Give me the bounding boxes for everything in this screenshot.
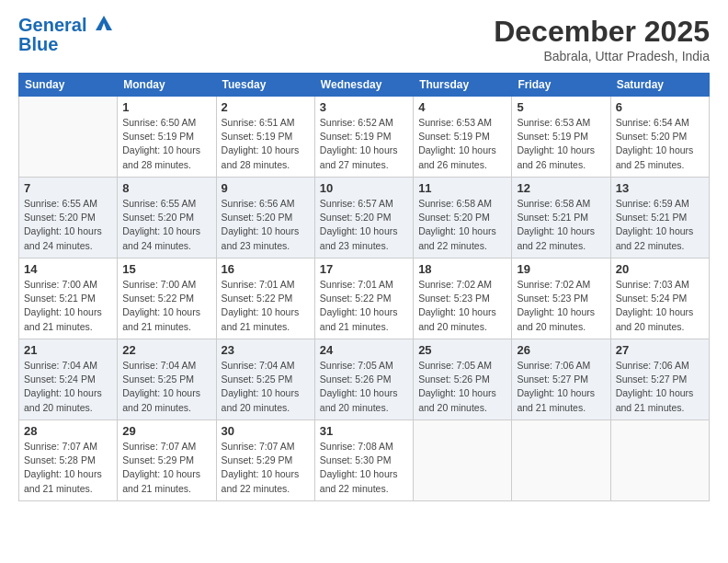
day-number: 10 — [320, 181, 408, 195]
calendar-cell: 16Sunrise: 7:01 AMSunset: 5:22 PMDayligh… — [216, 259, 314, 339]
calendar-cell: 12Sunrise: 6:58 AMSunset: 5:21 PMDayligh… — [512, 178, 610, 259]
calendar-cell: 20Sunrise: 7:03 AMSunset: 5:24 PMDayligh… — [610, 259, 709, 339]
calendar-cell: 14Sunrise: 7:00 AMSunset: 5:21 PMDayligh… — [19, 259, 118, 339]
calendar-table: SundayMondayTuesdayWednesdayThursdayFrid… — [18, 73, 710, 501]
calendar-cell: 23Sunrise: 7:04 AMSunset: 5:25 PMDayligh… — [216, 339, 314, 420]
calendar-cell: 11Sunrise: 6:58 AMSunset: 5:20 PMDayligh… — [414, 178, 512, 259]
calendar-cell: 5Sunrise: 6:53 AMSunset: 5:19 PMDaylight… — [512, 97, 610, 178]
day-info: Sunrise: 6:55 AMSunset: 5:20 PMDaylight:… — [122, 197, 210, 253]
day-info: Sunrise: 6:58 AMSunset: 5:20 PMDaylight:… — [418, 197, 506, 253]
day-number: 5 — [517, 100, 605, 114]
logo-general: General — [18, 15, 86, 35]
calendar-cell: 9Sunrise: 6:56 AMSunset: 5:20 PMDaylight… — [216, 178, 314, 259]
calendar-cell: 25Sunrise: 7:05 AMSunset: 5:26 PMDayligh… — [414, 339, 512, 420]
day-number: 25 — [418, 343, 506, 357]
day-info: Sunrise: 7:05 AMSunset: 5:26 PMDaylight:… — [320, 359, 408, 415]
day-number: 18 — [418, 262, 506, 276]
calendar-cell — [512, 420, 610, 501]
calendar-cell: 21Sunrise: 7:04 AMSunset: 5:24 PMDayligh… — [19, 339, 118, 420]
calendar-cell — [414, 420, 512, 501]
weekday-header-friday: Friday — [512, 74, 610, 97]
day-info: Sunrise: 7:01 AMSunset: 5:22 PMDaylight:… — [320, 278, 408, 334]
day-info: Sunrise: 6:59 AMSunset: 5:21 PMDaylight:… — [616, 197, 704, 253]
calendar-cell: 26Sunrise: 7:06 AMSunset: 5:27 PMDayligh… — [512, 339, 610, 420]
day-number: 19 — [517, 262, 605, 276]
day-info: Sunrise: 7:04 AMSunset: 5:25 PMDaylight:… — [222, 359, 310, 415]
day-number: 6 — [616, 100, 704, 114]
calendar-cell — [19, 97, 118, 178]
day-info: Sunrise: 6:53 AMSunset: 5:19 PMDaylight:… — [517, 116, 605, 172]
day-info: Sunrise: 7:04 AMSunset: 5:24 PMDaylight:… — [24, 359, 112, 415]
day-info: Sunrise: 7:05 AMSunset: 5:26 PMDaylight:… — [418, 359, 506, 415]
day-number: 21 — [24, 343, 112, 357]
weekday-header-tuesday: Tuesday — [216, 74, 314, 97]
calendar-cell — [610, 420, 709, 501]
calendar-cell: 3Sunrise: 6:52 AMSunset: 5:19 PMDaylight… — [314, 97, 413, 178]
day-number: 31 — [320, 424, 408, 438]
day-info: Sunrise: 7:04 AMSunset: 5:25 PMDaylight:… — [122, 359, 210, 415]
calendar-cell: 4Sunrise: 6:53 AMSunset: 5:19 PMDaylight… — [414, 97, 512, 178]
day-number: 26 — [517, 343, 605, 357]
logo-blue: Blue — [18, 35, 114, 53]
day-info: Sunrise: 6:52 AMSunset: 5:19 PMDaylight:… — [320, 116, 408, 172]
day-info: Sunrise: 6:51 AMSunset: 5:19 PMDaylight:… — [222, 116, 310, 172]
page-container: General Blue December 2025 Babrala, Utta… — [0, 0, 728, 511]
day-number: 11 — [418, 181, 506, 195]
day-number: 24 — [320, 343, 408, 357]
day-number: 1 — [122, 100, 210, 114]
calendar-cell: 18Sunrise: 7:02 AMSunset: 5:23 PMDayligh… — [414, 259, 512, 339]
weekday-header-wednesday: Wednesday — [314, 74, 413, 97]
day-info: Sunrise: 6:57 AMSunset: 5:20 PMDaylight:… — [320, 197, 408, 253]
calendar-week-row: 14Sunrise: 7:00 AMSunset: 5:21 PMDayligh… — [19, 259, 710, 339]
calendar-week-row: 21Sunrise: 7:04 AMSunset: 5:24 PMDayligh… — [19, 339, 710, 420]
calendar-cell: 17Sunrise: 7:01 AMSunset: 5:22 PMDayligh… — [314, 259, 413, 339]
calendar-cell: 2Sunrise: 6:51 AMSunset: 5:19 PMDaylight… — [216, 97, 314, 178]
calendar-cell: 27Sunrise: 7:06 AMSunset: 5:27 PMDayligh… — [610, 339, 709, 420]
day-number: 28 — [24, 424, 112, 438]
day-info: Sunrise: 7:06 AMSunset: 5:27 PMDaylight:… — [517, 359, 605, 415]
month-title: December 2025 — [494, 15, 710, 49]
calendar-week-row: 1Sunrise: 6:50 AMSunset: 5:19 PMDaylight… — [19, 97, 710, 178]
day-number: 16 — [222, 262, 310, 276]
calendar-cell: 31Sunrise: 7:08 AMSunset: 5:30 PMDayligh… — [314, 420, 413, 501]
day-info: Sunrise: 7:03 AMSunset: 5:24 PMDaylight:… — [616, 278, 704, 334]
day-number: 4 — [418, 100, 506, 114]
day-number: 30 — [222, 424, 310, 438]
day-number: 12 — [517, 181, 605, 195]
weekday-header-saturday: Saturday — [610, 74, 709, 97]
day-info: Sunrise: 7:02 AMSunset: 5:23 PMDaylight:… — [517, 278, 605, 334]
location: Babrala, Uttar Pradesh, India — [494, 49, 710, 63]
logo-icon — [94, 14, 114, 32]
calendar-cell: 19Sunrise: 7:02 AMSunset: 5:23 PMDayligh… — [512, 259, 610, 339]
day-info: Sunrise: 7:01 AMSunset: 5:22 PMDaylight:… — [222, 278, 310, 334]
day-number: 29 — [122, 424, 210, 438]
day-number: 23 — [222, 343, 310, 357]
day-number: 17 — [320, 262, 408, 276]
calendar-week-row: 7Sunrise: 6:55 AMSunset: 5:20 PMDaylight… — [19, 178, 710, 259]
day-info: Sunrise: 7:06 AMSunset: 5:27 PMDaylight:… — [616, 359, 704, 415]
day-info: Sunrise: 7:00 AMSunset: 5:21 PMDaylight:… — [24, 278, 112, 334]
day-info: Sunrise: 6:54 AMSunset: 5:20 PMDaylight:… — [616, 116, 704, 172]
day-info: Sunrise: 7:07 AMSunset: 5:28 PMDaylight:… — [24, 440, 112, 496]
calendar-cell: 8Sunrise: 6:55 AMSunset: 5:20 PMDaylight… — [118, 178, 216, 259]
calendar-cell: 15Sunrise: 7:00 AMSunset: 5:22 PMDayligh… — [118, 259, 216, 339]
day-info: Sunrise: 7:07 AMSunset: 5:29 PMDaylight:… — [122, 440, 210, 496]
day-number: 9 — [222, 181, 310, 195]
day-number: 2 — [222, 100, 310, 114]
calendar-cell: 1Sunrise: 6:50 AMSunset: 5:19 PMDaylight… — [118, 97, 216, 178]
calendar-cell: 10Sunrise: 6:57 AMSunset: 5:20 PMDayligh… — [314, 178, 413, 259]
day-info: Sunrise: 7:00 AMSunset: 5:22 PMDaylight:… — [122, 278, 210, 334]
day-info: Sunrise: 7:08 AMSunset: 5:30 PMDaylight:… — [320, 440, 408, 496]
day-info: Sunrise: 6:56 AMSunset: 5:20 PMDaylight:… — [222, 197, 310, 253]
calendar-cell: 28Sunrise: 7:07 AMSunset: 5:28 PMDayligh… — [19, 420, 118, 501]
title-block: December 2025 Babrala, Uttar Pradesh, In… — [494, 15, 710, 63]
day-number: 13 — [616, 181, 704, 195]
calendar-cell: 29Sunrise: 7:07 AMSunset: 5:29 PMDayligh… — [118, 420, 216, 501]
day-number: 27 — [616, 343, 704, 357]
header: General Blue December 2025 Babrala, Utta… — [18, 15, 710, 63]
weekday-header-sunday: Sunday — [19, 74, 118, 97]
logo: General Blue — [18, 15, 114, 53]
calendar-cell: 22Sunrise: 7:04 AMSunset: 5:25 PMDayligh… — [118, 339, 216, 420]
day-info: Sunrise: 6:50 AMSunset: 5:19 PMDaylight:… — [122, 116, 210, 172]
day-info: Sunrise: 6:55 AMSunset: 5:20 PMDaylight:… — [24, 197, 112, 253]
